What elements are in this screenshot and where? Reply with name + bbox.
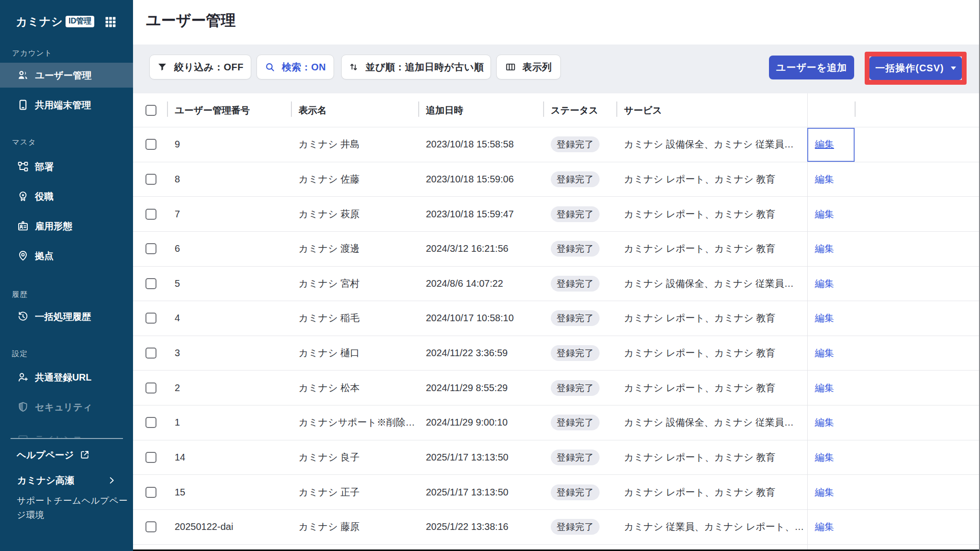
sidebar-item-user-management[interactable]: ユーザー管理 bbox=[0, 63, 133, 88]
column-header-name[interactable]: 表示名 bbox=[291, 93, 418, 127]
cell-display-name: カミナシ 井島 bbox=[291, 127, 418, 162]
row-checkbox[interactable] bbox=[145, 174, 156, 185]
row-checkbox[interactable] bbox=[145, 313, 156, 324]
cell-display-name: カミナシ 萩原 bbox=[291, 197, 418, 232]
sidebar-item-employment[interactable]: 雇用形態 bbox=[0, 214, 133, 238]
sidebar-item-label: 一括処理履歴 bbox=[35, 310, 91, 323]
users-table: ユーザー管理番号 表示名 追加日時 ステータス サービス 9 カミナシ 井島 2… bbox=[133, 93, 980, 545]
external-link-icon bbox=[79, 450, 90, 460]
edit-link[interactable]: 編集 bbox=[815, 487, 834, 497]
edit-link[interactable]: 編集 bbox=[815, 278, 834, 289]
row-checkbox[interactable] bbox=[145, 417, 156, 428]
table-row: 9 カミナシ 井島 2023/10/18 15:58:58 登録完了 カミナシ … bbox=[133, 127, 980, 162]
sidebar-item-label: 雇用形態 bbox=[35, 220, 72, 233]
sitemap-icon bbox=[17, 161, 29, 172]
sort-button[interactable]: 並び順：追加日時が古い順 bbox=[341, 55, 491, 79]
cell-added-datetime: 2024/3/12 16:21:56 bbox=[418, 231, 543, 266]
column-header-added[interactable]: 追加日時 bbox=[418, 93, 543, 127]
columns-button[interactable]: 表示列 bbox=[496, 55, 561, 79]
edit-link[interactable]: 編集 bbox=[815, 521, 834, 532]
status-badge: 登録完了 bbox=[551, 415, 600, 430]
column-header-status[interactable]: ステータス bbox=[543, 93, 616, 127]
table-row: 7 カミナシ 萩原 2023/10/18 15:59:47 登録完了 カミナシ … bbox=[133, 197, 980, 232]
apps-grid-icon[interactable] bbox=[105, 16, 116, 28]
row-checkbox[interactable] bbox=[145, 452, 156, 463]
account-menu[interactable]: カミナシ高瀬 bbox=[17, 473, 116, 487]
search-button[interactable]: 検索：ON bbox=[256, 55, 334, 79]
row-checkbox[interactable] bbox=[145, 487, 156, 498]
status-badge: 登録完了 bbox=[551, 484, 600, 500]
edit-link[interactable]: 編集 bbox=[815, 139, 834, 149]
logo-badge: ID管理 bbox=[66, 16, 94, 27]
status-badge: 登録完了 bbox=[551, 310, 600, 326]
map-pin-icon bbox=[17, 250, 29, 261]
row-checkbox[interactable] bbox=[145, 278, 156, 289]
row-checkbox[interactable] bbox=[145, 521, 156, 532]
row-checkbox[interactable] bbox=[145, 348, 156, 359]
cell-display-name: カミナシ 樋口 bbox=[291, 336, 418, 371]
cell-display-name: カミナシサポート※削除… bbox=[291, 405, 418, 440]
sidebar-item-label: 拠点 bbox=[35, 249, 54, 262]
row-checkbox[interactable] bbox=[145, 209, 156, 220]
cell-extra bbox=[855, 197, 980, 232]
cell-services: カミナシ 設備保全、カミナシ 従業員… bbox=[616, 405, 807, 440]
cell-extra bbox=[855, 301, 980, 336]
sidebar-item-security[interactable]: セキュリティ bbox=[0, 394, 133, 419]
edit-link[interactable]: 編集 bbox=[815, 209, 834, 219]
edit-link[interactable]: 編集 bbox=[815, 417, 834, 427]
main-content: ユーザー管理 絞り込み：OFF 検索：ON 並び順：追加日時が古い順 bbox=[133, 0, 980, 551]
status-badge: 登録完了 bbox=[551, 380, 600, 396]
cell-display-name: カミナシ 良子 bbox=[291, 440, 418, 475]
sidebar-item-label: 共用端末管理 bbox=[35, 99, 91, 112]
column-header-id[interactable]: ユーザー管理番号 bbox=[167, 93, 291, 127]
edit-link[interactable]: 編集 bbox=[815, 382, 834, 393]
environment-label: サポートチームヘルプページ環境 bbox=[17, 494, 131, 522]
row-checkbox[interactable] bbox=[145, 139, 156, 150]
column-header-service[interactable]: サービス bbox=[616, 93, 807, 127]
app-logo[interactable]: カミナシ ID管理 bbox=[16, 13, 94, 30]
cell-added-datetime: 2023/10/18 15:59:06 bbox=[418, 162, 543, 197]
users-icon bbox=[17, 69, 29, 81]
status-badge: 登録完了 bbox=[551, 136, 600, 152]
cell-extra bbox=[855, 266, 980, 301]
cell-added-datetime: 2025/1/17 13:13:50 bbox=[418, 440, 543, 475]
cell-user-id: 2 bbox=[167, 371, 291, 405]
edit-link[interactable]: 編集 bbox=[815, 452, 834, 462]
columns-icon bbox=[505, 62, 516, 72]
table-header-row: ユーザー管理番号 表示名 追加日時 ステータス サービス bbox=[133, 93, 980, 127]
filter-button[interactable]: 絞り込み：OFF bbox=[149, 55, 251, 79]
cell-services: カミナシ レポート、カミナシ 教育 bbox=[616, 301, 807, 336]
column-header-extra bbox=[855, 93, 980, 127]
cell-services: カミナシ レポート、カミナシ 教育 bbox=[616, 197, 807, 232]
sidebar-item-shared-devices[interactable]: 共用端末管理 bbox=[0, 92, 133, 117]
edit-link[interactable]: 編集 bbox=[815, 243, 834, 254]
header-divider bbox=[167, 101, 168, 117]
status-badge: 登録完了 bbox=[551, 206, 600, 222]
row-checkbox[interactable] bbox=[145, 382, 156, 394]
sort-arrows-icon bbox=[348, 62, 359, 72]
cell-added-datetime: 2023/10/18 15:59:47 bbox=[418, 197, 543, 232]
sidebar-item-license[interactable]: ライセンス bbox=[0, 427, 133, 438]
edit-link[interactable]: 編集 bbox=[815, 348, 834, 358]
sidebar-item-position[interactable]: 役職 bbox=[0, 184, 133, 209]
cell-extra bbox=[855, 127, 980, 162]
cell-display-name: カミナシ 藤原 bbox=[291, 509, 418, 544]
bulk-csv-button[interactable]: 一括操作(CSV) bbox=[869, 56, 962, 80]
section-label-master: マスタ bbox=[12, 137, 36, 147]
sidebar-item-batch-history[interactable]: 一括処理履歴 bbox=[0, 304, 133, 329]
sidebar-item-common-registration-url[interactable]: 共通登録URL bbox=[0, 365, 133, 390]
table-row: 20250122-dai カミナシ 藤原 2025/1/22 13:38:16 … bbox=[133, 509, 980, 544]
sidebar-item-department[interactable]: 部署 bbox=[0, 154, 133, 179]
help-page-link[interactable]: ヘルプページ bbox=[17, 448, 90, 461]
award-icon bbox=[17, 191, 29, 202]
sidebar: カミナシ ID管理 アカウント ユーザー管理 bbox=[0, 0, 133, 551]
edit-link[interactable]: 編集 bbox=[815, 313, 834, 323]
edit-link[interactable]: 編集 bbox=[815, 174, 834, 184]
sidebar-item-label: 役職 bbox=[35, 190, 54, 203]
add-user-button[interactable]: ユーザーを追加 bbox=[769, 56, 854, 79]
shield-icon bbox=[17, 401, 29, 413]
header-checkbox[interactable] bbox=[145, 105, 156, 116]
row-checkbox[interactable] bbox=[145, 243, 156, 254]
sidebar-item-location[interactable]: 拠点 bbox=[0, 243, 133, 268]
cell-display-name: カミナシ 佐藤 bbox=[291, 162, 418, 197]
